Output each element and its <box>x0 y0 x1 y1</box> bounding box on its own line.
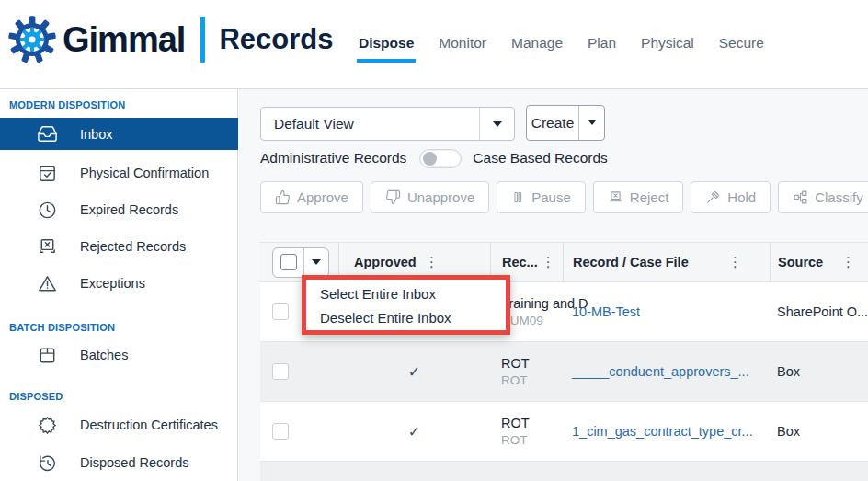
pause-label: Pause <box>531 189 571 205</box>
pause-button[interactable]: Pause <box>497 181 586 213</box>
approved-cell: ✓ <box>338 342 490 401</box>
record-series-name: ROT <box>501 355 530 372</box>
gimmal-gear-logo-icon <box>7 15 57 64</box>
sidebar-item-exceptions[interactable]: Exceptions <box>0 265 238 302</box>
column-menu-icon[interactable]: ⋮ <box>725 254 746 270</box>
actions-toolbar: Approve Unapprove Pause <box>260 181 868 213</box>
thumbs-up-icon <box>275 189 291 205</box>
hold-button[interactable]: Hold <box>691 181 771 213</box>
record-link[interactable]: _____conduent_approvers_... <box>563 342 770 401</box>
sidebar-heading-modern-disposition: MODERN DISPOSITION <box>9 99 125 110</box>
sidebar-item-label: Rejected Records <box>80 239 186 254</box>
sidebar-item-batches[interactable]: Batches <box>0 337 238 373</box>
sidebar-item-rejected-records[interactable]: Rejected Records <box>0 228 238 265</box>
table-row[interactable]: ✓ ROT ROT _____conduent_approvers_... Bo… <box>260 342 868 402</box>
sidebar-item-label: Inbox <box>80 127 112 142</box>
brand: Gimmal Records <box>7 15 333 64</box>
row-checkbox[interactable] <box>272 423 289 440</box>
column-label: Record / Case File <box>573 255 689 269</box>
menu-item-deselect-entire-inbox[interactable]: Deselect Entire Inbox <box>306 305 506 329</box>
record-link[interactable]: 10-MB-Test <box>563 282 770 341</box>
nav-item-manage[interactable]: Manage <box>511 35 563 63</box>
chevron-down-icon <box>493 121 502 127</box>
select-all-checkbox[interactable] <box>273 248 304 277</box>
view-selector-arrow[interactable] <box>479 108 514 140</box>
sidebar-item-expired-records[interactable]: Expired Records <box>0 191 238 228</box>
column-label: Source <box>778 255 823 269</box>
product-name: Records <box>219 23 333 56</box>
reject-label: Reject <box>630 189 669 205</box>
approve-label: Approve <box>297 189 348 205</box>
sidebar-item-inbox[interactable]: Inbox <box>0 118 238 150</box>
sidebar-item-label: Destruction Certificates <box>80 418 218 432</box>
source-cell: SharePoint O... <box>770 282 868 341</box>
sidebar-heading-batch-disposition: BATCH DISPOSITION <box>9 322 115 333</box>
hold-label: Hold <box>727 189 756 205</box>
table-row[interactable]: ROT <box>260 462 868 481</box>
column-header-record-case-file[interactable]: Record / Case File ⋮ <box>563 243 770 281</box>
record-series-code: ROT <box>501 372 528 389</box>
brand-name: Gimmal <box>63 20 185 60</box>
column-menu-icon[interactable]: ⋮ <box>538 254 559 270</box>
case-based-records-label: Case Based Records <box>473 150 607 166</box>
sidebar-item-disposed-records[interactable]: Disposed Records <box>0 444 238 481</box>
classify-button[interactable]: Classify <box>778 181 868 213</box>
record-link[interactable] <box>563 462 770 481</box>
nav-item-dispose[interactable]: Dispose <box>359 35 414 63</box>
create-dropdown-arrow[interactable] <box>579 106 604 140</box>
create-button[interactable]: Create <box>527 106 579 140</box>
toggle-knob <box>423 152 437 166</box>
row-checkbox[interactable] <box>272 303 289 320</box>
column-menu-icon[interactable]: ⋮ <box>838 254 859 270</box>
pause-icon <box>511 190 525 204</box>
classify-label: Classify <box>815 189 863 205</box>
brand-divider <box>200 17 205 63</box>
source-cell: Box <box>770 342 868 401</box>
unapprove-label: Unapprove <box>407 189 474 205</box>
records-mode-toggle-row: Administrative Records Case Based Record… <box>260 146 608 170</box>
main-panel: Default View Create Administrative Recor… <box>239 89 868 481</box>
sidebar-item-physical-confirmation[interactable]: Physical Confirmation <box>0 155 238 191</box>
row-checkbox[interactable] <box>272 363 289 380</box>
app-window: Gimmal Records Dispose Monitor Manage Pl… <box>0 0 868 481</box>
approve-button[interactable]: Approve <box>260 181 363 213</box>
certificate-seal-icon <box>37 415 58 436</box>
chevron-down-icon <box>588 120 596 125</box>
record-link[interactable]: 1_cim_gas_contract_type_cr... <box>563 402 770 461</box>
view-selector-dropdown[interactable]: Default View <box>260 107 515 141</box>
inbox-icon <box>37 123 58 144</box>
approved-cell: ✓ <box>338 402 490 461</box>
nav-item-monitor[interactable]: Monitor <box>439 35 486 63</box>
classify-hierarchy-icon <box>793 189 808 205</box>
table-row[interactable]: ✓ ROT ROT 1_cim_gas_contract_type_cr... … <box>260 402 868 462</box>
app-header: Gimmal Records Dispose Monitor Manage Pl… <box>0 0 868 89</box>
column-header-source[interactable]: Source ⋮ <box>770 243 868 281</box>
sidebar-item-label: Physical Confirmation <box>80 166 209 180</box>
sidebar: MODERN DISPOSITION Inbox Physical Confir… <box>0 89 238 481</box>
record-series-code: ROT <box>501 432 528 449</box>
warning-triangle-icon <box>37 273 58 294</box>
select-all-split-button[interactable] <box>272 247 329 278</box>
create-split-button[interactable]: Create <box>526 105 605 141</box>
chevron-down-icon <box>312 259 321 265</box>
gavel-icon <box>705 189 721 205</box>
unapprove-button[interactable]: Unapprove <box>371 181 489 213</box>
sidebar-item-destruction-certificates[interactable]: Destruction Certificates <box>0 407 238 443</box>
nav-item-secure[interactable]: Secure <box>719 35 764 63</box>
clock-icon <box>37 200 58 221</box>
administrative-records-label: Administrative Records <box>260 150 406 166</box>
sidebar-item-label: Exceptions <box>80 276 145 291</box>
record-series-cell: ROT <box>490 462 563 481</box>
column-menu-icon[interactable]: ⋮ <box>421 254 442 270</box>
records-mode-toggle[interactable] <box>419 149 462 168</box>
record-series-name: ROT <box>501 415 530 432</box>
select-all-dropdown-arrow[interactable] <box>304 248 328 277</box>
reject-button[interactable]: Reject <box>593 181 684 213</box>
source-cell <box>770 462 868 481</box>
nav-item-plan[interactable]: Plan <box>588 35 616 63</box>
top-nav: Dispose Monitor Manage Plan Physical Sec… <box>359 35 764 63</box>
sidebar-item-label: Expired Records <box>80 202 178 217</box>
ballot-x-icon <box>37 236 58 258</box>
nav-item-physical[interactable]: Physical <box>641 35 694 63</box>
menu-item-select-entire-inbox[interactable]: Select Entire Inbox <box>306 281 506 305</box>
